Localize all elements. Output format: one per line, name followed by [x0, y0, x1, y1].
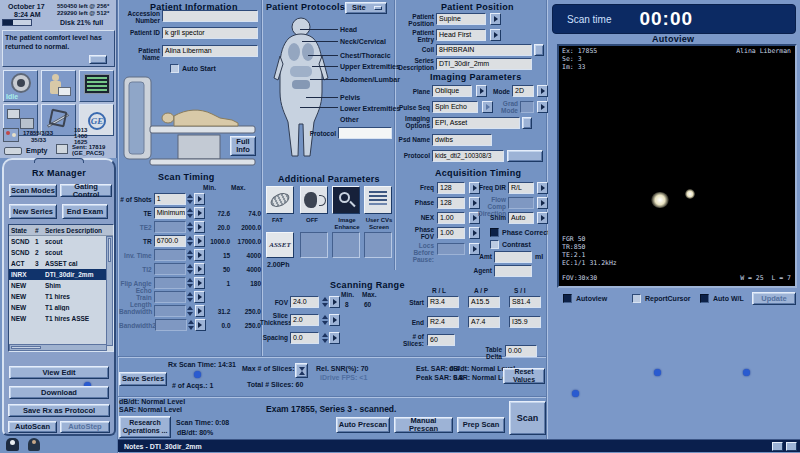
- agent-field[interactable]: [494, 265, 532, 277]
- printer-icon[interactable]: [4, 147, 22, 155]
- spinner[interactable]: [187, 291, 194, 303]
- save-rx-protocol-button[interactable]: Save Rx as Protocol: [8, 404, 110, 417]
- region-pelvis[interactable]: Pelvis: [340, 94, 360, 102]
- options-browse-button[interactable]: [522, 117, 532, 129]
- fov-spinner[interactable]: [322, 296, 329, 308]
- send-station-icon[interactable]: [56, 144, 68, 154]
- plane-select-button[interactable]: [476, 85, 487, 97]
- ip-protocol-field[interactable]: kids_dti2_100308/3: [432, 150, 504, 162]
- table-delta-field[interactable]: 0.00: [505, 345, 537, 357]
- auto-start-checkbox[interactable]: [170, 64, 179, 73]
- scanner-status-tile[interactable]: Idle: [3, 70, 38, 102]
- autostep-button[interactable]: AutoStep: [60, 421, 110, 433]
- etl-field[interactable]: [154, 291, 186, 303]
- autoview-checkbox[interactable]: [563, 294, 572, 303]
- image-enhance-button[interactable]: [332, 186, 360, 214]
- coil-browse-button[interactable]: [534, 44, 544, 56]
- end-si-field[interactable]: I35.9: [509, 316, 541, 328]
- expand-button[interactable]: [195, 305, 206, 317]
- accession-field[interactable]: [162, 10, 258, 22]
- expand-button[interactable]: [194, 207, 205, 219]
- plane-field[interactable]: Oblique: [432, 85, 472, 97]
- flip-angle-field[interactable]: [154, 277, 186, 289]
- spinner[interactable]: [187, 207, 194, 219]
- region-upper-ext[interactable]: Upper Extremities: [340, 63, 400, 71]
- gating-control-button[interactable]: Gating Control: [60, 184, 112, 197]
- spacing-expand-button[interactable]: [329, 332, 340, 344]
- grad-mode-select-button[interactable]: [537, 101, 548, 113]
- entry-field[interactable]: Head First: [436, 29, 486, 41]
- series-row[interactable]: SCND1scout: [9, 236, 113, 247]
- inv-time-field[interactable]: [154, 249, 186, 261]
- user-cvs-button[interactable]: [364, 186, 392, 214]
- shim-select-button[interactable]: [537, 212, 548, 224]
- phase-field[interactable]: 128: [437, 197, 465, 209]
- flow-comp-select-button[interactable]: [537, 197, 548, 209]
- vertical-scrollbar[interactable]: [106, 236, 113, 346]
- spacing-field[interactable]: 0.0: [290, 332, 319, 344]
- expand-button[interactable]: [194, 263, 205, 275]
- pulse-seq-select-button[interactable]: [482, 101, 493, 113]
- spinner[interactable]: [187, 249, 194, 261]
- bandwidth-field[interactable]: [154, 305, 186, 317]
- spinner[interactable]: [187, 263, 194, 275]
- asset-button[interactable]: ASSET: [266, 232, 294, 258]
- thickness-expand-button[interactable]: [329, 314, 340, 326]
- shots-field[interactable]: 1: [154, 193, 186, 205]
- save-series-button[interactable]: Save Series: [119, 372, 167, 386]
- phase-fov-field[interactable]: 1.00: [437, 227, 465, 239]
- phase-fov-select-button[interactable]: [469, 227, 480, 239]
- num-slices-field[interactable]: 60: [427, 334, 455, 346]
- spinner[interactable]: [187, 305, 194, 317]
- te-field[interactable]: Minimum: [154, 207, 186, 219]
- pulse-seq-field[interactable]: Spin Echo: [432, 101, 478, 113]
- region-head[interactable]: Head: [340, 26, 357, 34]
- nex-field[interactable]: 1.00: [437, 212, 465, 224]
- psd-name-field[interactable]: dwibs: [432, 134, 492, 146]
- series-row[interactable]: NEWShim: [9, 280, 113, 291]
- autoview-image[interactable]: Ex: 17855 Se: 3 Im: 33 Alina Liberman FG…: [557, 44, 797, 288]
- notes-window-taskbar[interactable]: Notes - DTI_30dir_2mm: [118, 439, 800, 452]
- fov-expand-button[interactable]: [329, 296, 340, 308]
- spinner[interactable]: [187, 193, 194, 205]
- series-desc-field[interactable]: DTI_30dir_2mm: [436, 58, 532, 70]
- maximize-button[interactable]: [786, 442, 797, 451]
- freq-field[interactable]: 128: [437, 182, 465, 194]
- region-abdomen[interactable]: Abdomen/Lumbar: [340, 76, 400, 84]
- download-button[interactable]: Download: [9, 386, 109, 399]
- snr-hourglass-button[interactable]: [295, 363, 308, 378]
- flow-comp-field[interactable]: [508, 197, 534, 209]
- amt-field[interactable]: [494, 251, 532, 263]
- region-lower-ext[interactable]: Lower Extremities: [340, 105, 400, 113]
- bandwidth2-field[interactable]: [155, 319, 187, 331]
- research-operations-button[interactable]: Research Operations ...: [119, 416, 171, 438]
- reset-values-button[interactable]: Reset Values: [503, 368, 545, 384]
- display-settings-tile[interactable]: [79, 70, 114, 102]
- start-ap-field[interactable]: A15.5: [468, 296, 500, 308]
- series-row[interactable]: NEWT1 hires ASSE: [9, 313, 113, 324]
- fov-field[interactable]: 24.0: [290, 296, 319, 308]
- report-cursor-checkbox[interactable]: [632, 294, 641, 303]
- region-other[interactable]: Other: [340, 116, 359, 124]
- locs-before-pause-field[interactable]: [437, 243, 465, 255]
- view-edit-button[interactable]: View Edit: [9, 366, 109, 379]
- spinner[interactable]: [187, 221, 194, 233]
- start-rl-field[interactable]: R3.4: [427, 296, 459, 308]
- body-figure[interactable]: [266, 16, 336, 162]
- sound-off-button[interactable]: [300, 186, 328, 214]
- phase-correct-checkbox[interactable]: [490, 228, 499, 237]
- update-button[interactable]: Update: [752, 292, 796, 305]
- spinner[interactable]: [187, 277, 194, 289]
- start-si-field[interactable]: S81.4: [509, 296, 541, 308]
- freq-dir-field[interactable]: R/L: [508, 182, 534, 194]
- message-dismiss-button[interactable]: [89, 55, 107, 64]
- auto-prescan-button[interactable]: Auto Prescan: [336, 417, 390, 433]
- browser-thumbnail-icon[interactable]: [3, 128, 19, 142]
- slice-thickness-field[interactable]: 2.0: [290, 314, 319, 326]
- spacing-spinner[interactable]: [322, 332, 329, 344]
- spinner[interactable]: [188, 319, 195, 331]
- thickness-spinner[interactable]: [322, 314, 329, 326]
- expand-button[interactable]: [194, 221, 205, 233]
- expand-button[interactable]: [194, 277, 205, 289]
- mode-select-button[interactable]: [537, 85, 548, 97]
